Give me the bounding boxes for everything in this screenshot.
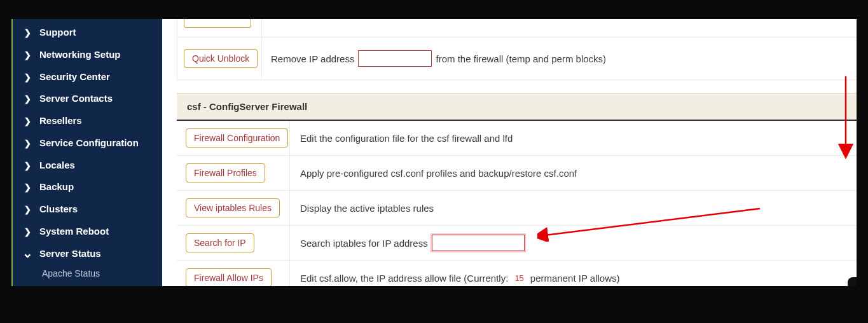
sidebar-item-label: Clusters bbox=[39, 203, 78, 216]
content-inner: Quick Unblock Remove IP address from the… bbox=[162, 19, 857, 286]
chevron-right-icon: ❯ bbox=[24, 49, 31, 60]
chevron-right-icon: ❯ bbox=[24, 27, 31, 38]
sidebar-item-label: System Reboot bbox=[39, 226, 109, 238]
sidebar-item-resellers[interactable]: ❯ Resellers bbox=[13, 110, 162, 132]
sidebar-subitem-apache-status[interactable]: Apache Status bbox=[13, 265, 162, 282]
firewall-profiles-button[interactable]: Firewall Profiles bbox=[186, 163, 265, 182]
sidebar-item-label: Service Configuration bbox=[39, 137, 139, 149]
sidebar-item-label: Locales bbox=[39, 160, 75, 172]
csf-row-firewall-profiles: Firewall Profiles Apply pre-configured c… bbox=[177, 156, 857, 191]
quick-unblock-desc: Remove IP address from the firewall (tem… bbox=[262, 38, 857, 79]
search-ip-pre: Search iptables for IP address bbox=[300, 238, 428, 249]
quick-unblock-button-cell: Quick Unblock bbox=[177, 38, 262, 79]
quick-actions-section: Quick Unblock Remove IP address from the… bbox=[177, 19, 857, 80]
firewall-configuration-desc: Edit the configuration file for the csf … bbox=[290, 121, 857, 155]
firewall-configuration-button[interactable]: Firewall Configuration bbox=[186, 128, 288, 148]
quick-unblock-row: Quick Unblock Remove IP address from the… bbox=[177, 38, 857, 80]
chevron-right-icon: ❯ bbox=[24, 115, 31, 127]
sidebar-item-label: Backup bbox=[39, 181, 74, 193]
chevron-right-icon: ❯ bbox=[24, 93, 31, 104]
csf-row-allow-ips: Firewall Allow IPs Edit csf.allow, the I… bbox=[177, 261, 857, 286]
sidebar-item-locales[interactable]: ❯ Locales bbox=[13, 155, 162, 177]
quick-allow-desc-partial bbox=[262, 19, 857, 37]
csf-section-header: csf - ConfigServer Firewall bbox=[177, 93, 857, 121]
csf-row-search-ip: Search for IP Search iptables for IP add… bbox=[177, 226, 857, 261]
main-content: Quick Unblock Remove IP address from the… bbox=[162, 19, 857, 286]
sidebar-item-label: Networking Setup bbox=[39, 49, 121, 61]
chevron-right-icon: ❯ bbox=[24, 226, 31, 237]
chevron-right-icon: ❯ bbox=[24, 181, 31, 193]
sidebar-item-support[interactable]: ❯ Support bbox=[13, 22, 162, 44]
sidebar: ❯ Support ❯ Networking Setup ❯ Security … bbox=[11, 19, 162, 286]
sidebar-item-server-contacts[interactable]: ❯ Server Contacts bbox=[13, 88, 162, 110]
allow-pre: Edit csf.allow, the IP address allow fil… bbox=[300, 273, 508, 284]
search-ip-button[interactable]: Search for IP bbox=[186, 233, 254, 252]
chevron-right-icon: ❯ bbox=[24, 137, 31, 149]
sidebar-item-networking-setup[interactable]: ❯ Networking Setup bbox=[13, 44, 162, 66]
csf-table: Firewall Configuration Edit the configur… bbox=[177, 121, 857, 286]
sidebar-item-label: Security Center bbox=[39, 71, 110, 83]
quick-unblock-pre: Remove IP address bbox=[271, 53, 354, 64]
quick-allow-button-cell bbox=[177, 19, 262, 37]
allow-post: permanent IP allows) bbox=[530, 273, 620, 284]
chevron-down-icon: ⌄ bbox=[24, 249, 31, 256]
search-ip-desc: Search iptables for IP address bbox=[290, 226, 857, 260]
search-ip-input[interactable] bbox=[432, 235, 525, 251]
sidebar-item-label: Server Status bbox=[39, 248, 101, 260]
sidebar-item-label: Server Contacts bbox=[39, 93, 113, 105]
chevron-right-icon: ❯ bbox=[24, 71, 31, 83]
sidebar-item-clusters[interactable]: ❯ Clusters bbox=[13, 198, 162, 221]
csf-row-view-iptables: View iptables Rules Display the active i… bbox=[177, 191, 857, 226]
app-viewport: ❯ Support ❯ Networking Setup ❯ Security … bbox=[11, 19, 857, 286]
sidebar-item-label: Support bbox=[39, 27, 76, 39]
sidebar-item-security-center[interactable]: ❯ Security Center bbox=[13, 66, 162, 88]
sidebar-item-service-configuration[interactable]: ❯ Service Configuration bbox=[13, 132, 162, 155]
sidebar-item-label: Resellers bbox=[39, 115, 82, 127]
sidebar-item-backup[interactable]: ❯ Backup bbox=[13, 176, 162, 198]
quick-unblock-ip-input[interactable] bbox=[358, 50, 432, 67]
quick-unblock-post: from the firewall (temp and perm blocks) bbox=[436, 53, 606, 64]
sidebar-item-system-reboot[interactable]: ❯ System Reboot bbox=[13, 221, 162, 243]
sidebar-item-server-status[interactable]: ⌄ Server Status bbox=[13, 243, 162, 265]
quick-unblock-button[interactable]: Quick Unblock bbox=[184, 49, 258, 68]
firewall-profiles-desc: Apply pre-configured csf.conf profiles a… bbox=[290, 156, 857, 190]
edge-tab[interactable] bbox=[848, 277, 857, 286]
quick-allow-row-partial bbox=[177, 19, 857, 38]
allow-count: 15 bbox=[512, 273, 526, 283]
chevron-right-icon: ❯ bbox=[24, 203, 31, 215]
view-iptables-button[interactable]: View iptables Rules bbox=[186, 198, 280, 217]
sidebar-subitem-label: Apache Status bbox=[42, 268, 100, 278]
chevron-right-icon: ❯ bbox=[24, 160, 31, 171]
firewall-allow-button[interactable]: Firewall Allow IPs bbox=[186, 268, 272, 286]
quick-allow-button-partial[interactable] bbox=[184, 19, 251, 28]
csf-row-firewall-configuration: Firewall Configuration Edit the configur… bbox=[177, 121, 857, 156]
view-iptables-desc: Display the active iptables rules bbox=[290, 191, 857, 225]
firewall-allow-desc: Edit csf.allow, the IP address allow fil… bbox=[290, 261, 857, 286]
